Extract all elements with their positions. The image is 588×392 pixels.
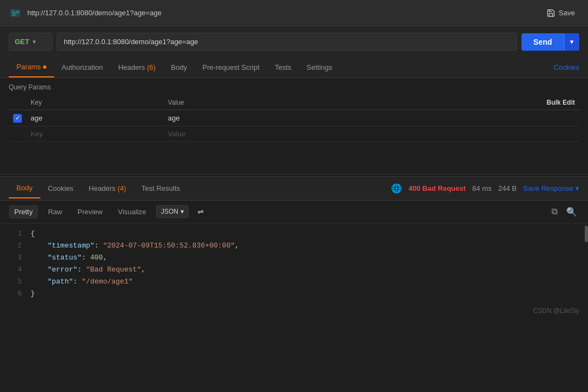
send-dropdown-button[interactable]: ▾ [564,33,579,51]
method-label: GET [15,38,29,46]
save-response-button[interactable]: Save Response ▾ [523,184,579,192]
response-tabs: Body Cookies Headers (4) Test Results [9,178,188,198]
send-button[interactable]: Send [521,33,564,51]
code-line-4: 4 "error": "Bad Request", [0,264,588,276]
format-tab-visualize[interactable]: Visualize [112,205,152,219]
response-bar: Body Cookies Headers (4) Test Results 🌐 … [0,177,588,201]
tab-headers[interactable]: Headers (6) [111,58,164,77]
watermark: CSDN @LileSiy [533,307,579,315]
resp-tab-headers[interactable]: Headers (4) [81,179,134,198]
request-tabs-bar: Params Authorization Headers (6) Body Pr… [0,57,588,78]
format-tab-preview[interactable]: Preview [72,205,108,219]
col-value-header: Value [164,95,337,110]
send-button-group: Send ▾ [521,33,579,51]
row2-key-placeholder[interactable]: Key [26,126,164,141]
tab-authorization[interactable]: Authorization [54,58,111,77]
tab-settings[interactable]: Settings [299,58,340,77]
response-meta: 🌐 400 Bad Request 84 ms 244 B Save Respo… [391,183,579,194]
code-line-3: 3 "status": 400, [0,252,588,264]
globe-icon: 🌐 [391,183,402,194]
query-params-section: Query Params Key Value Bulk Edit age age [0,78,588,142]
url-input[interactable] [57,33,517,51]
chevron-down-icon: ▾ [33,39,35,45]
response-time: 84 ms [472,184,491,192]
row1-key[interactable]: age [26,110,164,126]
row1-value[interactable]: age [164,110,337,126]
resp-tab-cookies[interactable]: Cookies [40,179,81,198]
tab-tests[interactable]: Tests [267,58,299,77]
format-tab-raw[interactable]: Raw [43,205,68,219]
code-line-2: 2 "timestamp": "2024-07-09T15:50:52.836+… [0,240,588,252]
code-line-5: 5 "path": "/demo/age1" [0,276,588,288]
table-row: Key Value [9,126,579,141]
code-line-6: 6 } [0,288,588,300]
copy-button[interactable]: ⧉ [549,206,560,218]
scrollbar[interactable] [585,224,588,319]
response-size: 244 B [498,184,517,192]
format-select[interactable]: JSON ▾ [156,205,189,218]
tab-params[interactable]: Params [9,57,54,77]
tab-body[interactable]: Body [163,58,195,77]
row2-value-placeholder[interactable]: Value [164,126,337,141]
params-table: Key Value Bulk Edit age age Key V [9,95,579,142]
resp-tab-test-results[interactable]: Test Results [134,179,188,198]
title-bar: http://127.0.0.1:8080/demo/age1?age=age … [0,0,588,26]
bulk-edit-button[interactable]: Bulk Edit [336,95,579,110]
cookies-link[interactable]: Cookies [554,63,579,71]
svg-rect-1 [16,11,20,13]
col-key-header: Key [26,95,164,110]
code-area[interactable]: 1 { 2 "timestamp": "2024-07-09T15:50:52.… [0,224,588,319]
chevron-down-icon: ▾ [181,208,184,215]
response-toolbar: Pretty Raw Preview Visualize JSON ▾ ⇌ ⧉ … [0,201,588,224]
format-tab-pretty[interactable]: Pretty [9,205,38,219]
query-params-label: Query Params [9,83,579,91]
resp-tab-body[interactable]: Body [9,178,40,198]
tab-prerequest[interactable]: Pre-request Script [195,58,267,77]
code-line-1: 1 { [0,228,588,240]
search-button[interactable]: 🔍 [564,206,579,218]
app-icon [9,7,22,20]
row1-checkbox[interactable] [13,114,22,123]
chevron-down-icon: ▾ [575,184,579,192]
wrap-icon[interactable]: ⇌ [197,207,204,216]
save-button[interactable]: Save [542,7,579,20]
table-row: age age [9,110,579,126]
chevron-down-icon: ▾ [570,38,574,46]
request-bar: GET ▾ Send ▾ [0,26,588,57]
title-url: http://127.0.0.1:8080/demo/age1?age=age [27,9,161,17]
method-select[interactable]: GET ▾ [9,33,52,51]
status-badge: 400 Bad Request [409,184,466,192]
toolbar-right: ⧉ 🔍 [549,206,579,218]
